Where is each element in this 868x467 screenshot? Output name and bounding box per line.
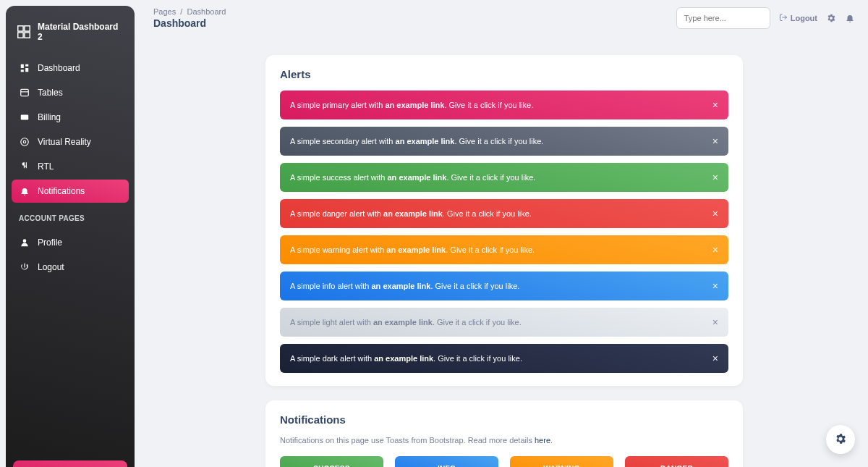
sidebar-item-label: Tables <box>38 88 63 98</box>
close-icon[interactable]: × <box>712 353 718 364</box>
notifications-card: Notifications Notifications on this page… <box>265 400 743 467</box>
top-actions: Logout <box>676 7 855 29</box>
sidebar: Material Dashboard 2 Dashboard Tables Bi… <box>6 6 135 467</box>
svg-rect-7 <box>21 70 24 72</box>
notification-button-danger[interactable]: DANGER <box>625 456 728 467</box>
logout-link[interactable]: Logout <box>779 13 817 23</box>
alert-text: A simple secondary alert with an example… <box>290 137 543 146</box>
alert-text: A simple warning alert with an example l… <box>290 245 535 254</box>
alert-link[interactable]: an example link <box>396 137 455 146</box>
nav-list: Dashboard Tables Billing Virtual Reality <box>6 52 135 207</box>
sidebar-item-label: Profile <box>38 237 62 248</box>
sidebar-item-vr[interactable]: Virtual Reality <box>12 130 129 153</box>
svg-rect-6 <box>25 68 28 72</box>
table-icon <box>19 87 30 98</box>
logout-icon <box>19 261 30 273</box>
bell-icon <box>19 185 30 197</box>
alert-link[interactable]: an example link <box>373 318 433 327</box>
gear-icon <box>834 432 847 447</box>
alert-link[interactable]: an example link <box>372 282 431 290</box>
alert-danger: A simple danger alert with an example li… <box>280 199 728 228</box>
sidebar-item-label: Virtual Reality <box>38 137 91 147</box>
gear-icon[interactable] <box>826 13 836 23</box>
sidebar-item-label: Dashboard <box>38 63 80 73</box>
notification-button-info[interactable]: INFO <box>395 456 498 467</box>
search-input[interactable] <box>676 7 770 29</box>
alerts-title: Alerts <box>280 68 728 80</box>
breadcrumb-root[interactable]: Pages <box>153 7 176 16</box>
alert-text: A simple danger alert with an example li… <box>290 209 532 218</box>
notification-button-warning[interactable]: WARNING <box>510 456 613 467</box>
breadcrumb-current: Dashboard <box>187 7 226 16</box>
sidebar-item-billing[interactable]: Billing <box>12 106 129 129</box>
alert-text: A simple light alert with an example lin… <box>290 318 522 327</box>
rtl-icon <box>19 161 30 172</box>
sidebar-item-logout[interactable]: Logout <box>12 256 129 279</box>
sidebar-item-label: Billing <box>38 112 61 122</box>
upgrade-button[interactable]: UPGRADE TO PRO <box>13 460 127 467</box>
breadcrumb-sep: / <box>178 7 187 16</box>
alert-text: A simple primary alert with an example l… <box>290 101 533 109</box>
notifications-subtitle: Notifications on this page use Toasts fr… <box>280 436 728 445</box>
account-nav-list: Profile Logout <box>6 227 135 283</box>
svg-rect-8 <box>21 89 29 96</box>
page-title: Dashboard <box>153 17 226 29</box>
user-icon <box>19 237 30 248</box>
close-icon[interactable]: × <box>712 135 718 147</box>
alert-text: A simple success alert with an example l… <box>290 173 535 182</box>
alerts-card: Alerts A simple primary alert with an ex… <box>265 55 743 386</box>
logout-label: Logout <box>791 14 817 22</box>
sidebar-item-notifications[interactable]: Notifications <box>12 180 129 203</box>
close-icon[interactable]: × <box>712 99 718 111</box>
close-icon[interactable]: × <box>712 244 718 256</box>
svg-point-11 <box>23 140 26 143</box>
alert-success: A simple success alert with an example l… <box>280 163 728 192</box>
vr-icon <box>19 136 30 148</box>
brand-name: Material Dashboard 2 <box>38 22 124 42</box>
alert-link[interactable]: an example link <box>383 209 443 218</box>
alert-link[interactable]: an example link <box>374 354 433 363</box>
alert-link[interactable]: an example link <box>386 245 446 254</box>
alert-text: A simple dark alert with an example link… <box>290 354 522 363</box>
close-icon[interactable]: × <box>712 280 718 292</box>
sidebar-item-label: Logout <box>38 262 64 272</box>
sidebar-section-label: ACCOUNT PAGES <box>6 207 135 227</box>
alert-text: A simple info alert with an example link… <box>290 282 519 290</box>
settings-fab[interactable] <box>826 425 855 454</box>
notifications-sub-link[interactable]: here <box>535 436 550 445</box>
sidebar-item-dashboard[interactable]: Dashboard <box>12 56 129 80</box>
notifications-title: Notifications <box>280 413 728 426</box>
sidebar-item-rtl[interactable]: RTL <box>12 155 129 178</box>
sidebar-item-tables[interactable]: Tables <box>12 81 129 104</box>
alert-warning: A simple warning alert with an example l… <box>280 235 728 264</box>
close-icon[interactable]: × <box>712 208 718 219</box>
sidebar-item-profile[interactable]: Profile <box>12 231 129 254</box>
svg-rect-2 <box>18 33 23 38</box>
alert-info: A simple info alert with an example link… <box>280 272 728 300</box>
svg-rect-5 <box>25 64 28 67</box>
bell-icon[interactable] <box>845 13 855 23</box>
main: Pages / Dashboard Dashboard Logout <box>140 0 868 467</box>
close-icon[interactable]: × <box>712 316 718 328</box>
alert-secondary: A simple secondary alert with an example… <box>280 127 728 156</box>
svg-rect-0 <box>18 26 23 31</box>
brand-icon <box>16 24 32 40</box>
alert-link[interactable]: an example link <box>385 101 444 109</box>
breadcrumb: Pages / Dashboard <box>153 7 226 16</box>
svg-point-13 <box>23 239 27 243</box>
sidebar-item-label: Notifications <box>38 186 85 196</box>
svg-rect-1 <box>25 26 30 31</box>
alert-link[interactable]: an example link <box>388 173 447 182</box>
sidebar-item-label: RTL <box>38 161 54 172</box>
notification-button-success[interactable]: SUCCESS <box>280 456 383 467</box>
svg-point-12 <box>21 138 29 146</box>
svg-rect-3 <box>25 33 30 38</box>
alert-dark: A simple dark alert with an example link… <box>280 344 728 373</box>
close-icon[interactable]: × <box>712 172 718 183</box>
svg-rect-4 <box>21 64 24 68</box>
brand[interactable]: Material Dashboard 2 <box>6 14 135 52</box>
alert-light: A simple light alert with an example lin… <box>280 308 728 337</box>
topbar: Pages / Dashboard Dashboard Logout <box>153 7 855 29</box>
alert-primary: A simple primary alert with an example l… <box>280 91 728 119</box>
signout-icon <box>779 13 788 23</box>
